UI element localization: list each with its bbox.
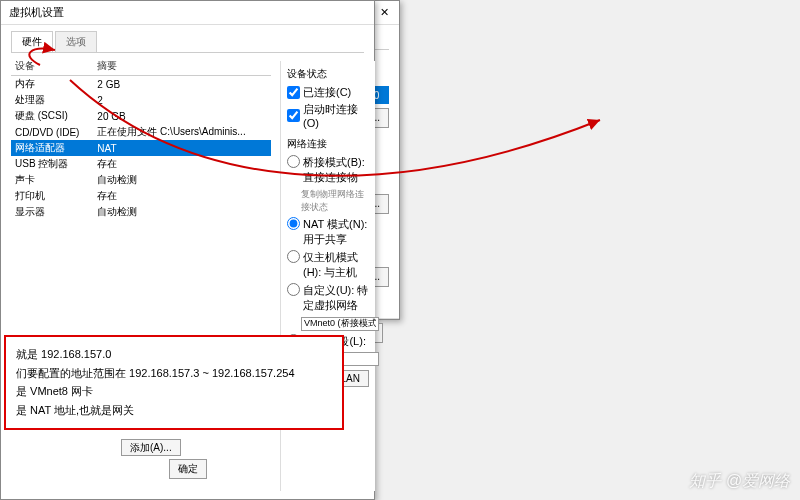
note-line: 就是 192.168.157.0: [16, 345, 332, 364]
radio-custom[interactable]: 自定义(U): 特定虚拟网络: [287, 283, 369, 313]
device-row[interactable]: 网络适配器NAT: [11, 140, 271, 156]
window-title: 虚拟机设置: [9, 5, 64, 20]
device-row[interactable]: 声卡自动检测: [11, 172, 271, 188]
status-header: 设备状态: [287, 67, 369, 81]
radio-nat[interactable]: NAT 模式(N): 用于共享: [287, 217, 369, 247]
tab-hardware[interactable]: 硬件: [11, 31, 53, 52]
connected-checkbox[interactable]: 已连接(C): [287, 85, 369, 100]
note-line: 们要配置的地址范围在 192.168.157.3 ~ 192.168.157.2…: [16, 364, 332, 383]
titlebar: 虚拟机设置: [1, 1, 374, 25]
close-icon[interactable]: ✕: [377, 6, 391, 19]
annotation-box: 就是 192.168.157.0 们要配置的地址范围在 192.168.157.…: [4, 335, 344, 430]
tabs: 硬件 选项: [11, 31, 364, 53]
bridged-subtext: 复制物理网络连接状态: [301, 188, 369, 214]
device-row[interactable]: 打印机存在: [11, 188, 271, 204]
device-table[interactable]: 设备摘要 内存2 GB处理器2硬盘 (SCSI)20 GBCD/DVD (IDE…: [11, 57, 271, 220]
col-header[interactable]: 摘要: [93, 57, 271, 76]
device-row[interactable]: 硬盘 (SCSI)20 GB: [11, 108, 271, 124]
connect-at-poweron-checkbox[interactable]: 启动时连接(O): [287, 102, 369, 129]
network-header: 网络连接: [287, 137, 369, 151]
device-row[interactable]: 内存2 GB: [11, 76, 271, 93]
custom-vnet-field[interactable]: [301, 317, 379, 331]
radio-hostonly[interactable]: 仅主机模式(H): 与主机: [287, 250, 369, 280]
col-header[interactable]: 设备: [11, 57, 93, 76]
device-row[interactable]: 显示器自动检测: [11, 204, 271, 220]
device-row[interactable]: USB 控制器存在: [11, 156, 271, 172]
ok-button[interactable]: 确定: [169, 459, 207, 479]
radio-bridged[interactable]: 桥接模式(B): 直接连接物: [287, 155, 369, 185]
add-device-button[interactable]: 添加(A)...: [121, 439, 181, 456]
tab-options[interactable]: 选项: [55, 31, 97, 52]
note-line: 是 NAT 地址,也就是网关: [16, 401, 332, 420]
device-row[interactable]: CD/DVD (IDE)正在使用文件 C:\Users\Adminis...: [11, 124, 271, 140]
device-row[interactable]: 处理器2: [11, 92, 271, 108]
watermark: 知乎 @爱网络: [689, 471, 790, 492]
note-line: 是 VMnet8 网卡: [16, 382, 332, 401]
